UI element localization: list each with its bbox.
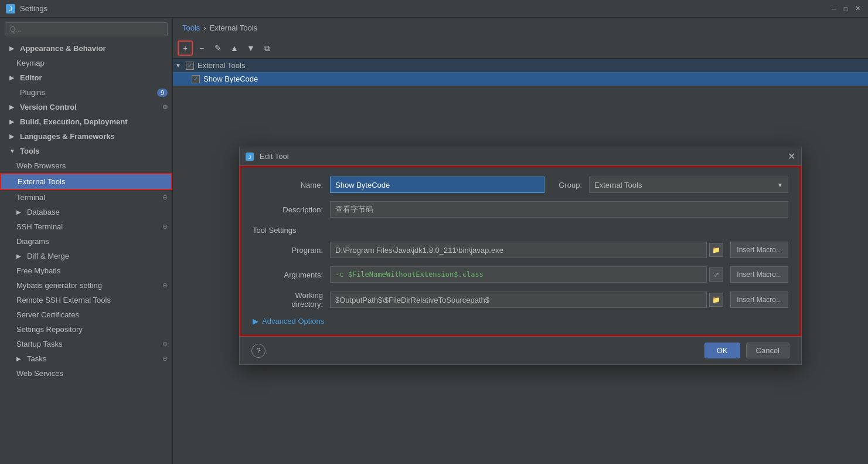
copy-icon: ⊕	[162, 340, 168, 348]
minimize-button[interactable]: ─	[829, 4, 839, 13]
sidebar-item-diagrams[interactable]: Diagrams	[0, 234, 172, 249]
arrow-icon: ▶	[9, 133, 16, 140]
close-button[interactable]: ✕	[853, 4, 862, 13]
sidebar-item-web-browsers[interactable]: Web Browsers	[0, 158, 172, 173]
sidebar-item-terminal[interactable]: Terminal ⊕	[0, 190, 172, 205]
arrow-icon: ▶	[16, 253, 23, 259]
arrow-icon: ▶	[9, 104, 16, 110]
sidebar-item-remote-ssh[interactable]: Remote SSH External Tools	[0, 293, 172, 307]
description-input[interactable]	[330, 201, 788, 218]
sidebar-item-mybatis-gen[interactable]: Mybatis generator setting ⊕	[0, 278, 172, 293]
advanced-options-toggle[interactable]: ▶ Advanced Options	[253, 317, 788, 326]
arrow-icon: ▶	[9, 45, 16, 52]
sidebar-item-plugins[interactable]: Plugins 9	[0, 85, 172, 100]
arrow-icon: ▶	[16, 209, 23, 215]
dialog-footer: ? OK Cancel	[240, 336, 801, 364]
dialog-titlebar: J Edit Tool ✕	[240, 147, 801, 166]
sidebar-item-appearance[interactable]: ▶ Appearance & Behavior	[0, 41, 172, 56]
copy-icon: ⊕	[162, 355, 168, 363]
sidebar-item-keymap[interactable]: Keymap	[0, 56, 172, 70]
program-input[interactable]	[330, 242, 707, 258]
title-bar: J Settings ─ □ ✕	[0, 0, 868, 18]
svg-text:J: J	[9, 6, 12, 12]
arguments-input[interactable]	[330, 266, 707, 283]
sidebar-item-tasks[interactable]: ▶ Tasks ⊕	[0, 351, 172, 366]
sidebar-item-settings-repo[interactable]: Settings Repository	[0, 322, 172, 337]
maximize-button[interactable]: □	[841, 4, 850, 13]
program-row: Program: 📁 Insert Macro...	[253, 242, 788, 258]
arguments-expand-button[interactable]: ⤢	[709, 267, 723, 282]
program-field-group: 📁	[330, 242, 723, 258]
advanced-options-label: Advanced Options	[262, 317, 324, 326]
name-label: Name:	[253, 181, 323, 189]
sidebar-item-web-services[interactable]: Web Services	[0, 366, 172, 381]
group-value: External Tools	[594, 181, 642, 189]
dropdown-arrow-icon: ▼	[777, 182, 783, 188]
working-dir-input[interactable]	[330, 292, 707, 308]
program-browse-button[interactable]: 📁	[709, 243, 723, 257]
cancel-button[interactable]: Cancel	[746, 343, 789, 358]
program-insert-macro-button[interactable]: Insert Macro...	[730, 242, 788, 258]
arrow-icon: ▶	[9, 74, 16, 81]
copy-icon: ⊕	[162, 194, 168, 201]
group-label: Group:	[559, 181, 582, 189]
arguments-field-group: ⤢	[330, 266, 723, 283]
arguments-row: Arguments: ⤢ Insert Macro...	[253, 266, 788, 283]
copy-icon: ⊕	[162, 282, 168, 289]
dialog-overlay: J Edit Tool ✕ Name: Group: External Tool…	[173, 18, 868, 464]
ok-button[interactable]: OK	[704, 343, 740, 358]
copy-icon: ⊕	[162, 103, 168, 111]
window-title: Settings	[20, 4, 829, 13]
copy-icon: ⊕	[162, 223, 168, 231]
program-label: Program:	[253, 246, 323, 255]
tool-settings-title: Tool Settings	[253, 226, 788, 235]
sidebar-item-editor[interactable]: ▶ Editor	[0, 70, 172, 85]
sidebar-item-startup-tasks[interactable]: Startup Tasks ⊕	[0, 337, 172, 351]
plugins-badge: 9	[157, 89, 168, 97]
arguments-insert-macro-button[interactable]: Insert Macro...	[730, 266, 788, 283]
name-input[interactable]	[330, 177, 544, 193]
sidebar-item-server-certs[interactable]: Server Certificates	[0, 307, 172, 322]
sidebar-item-diff-merge[interactable]: ▶ Diff & Merge	[0, 249, 172, 263]
dialog-icon: J	[246, 152, 255, 161]
svg-text:J: J	[249, 154, 251, 160]
dialog-body: Name: Group: External Tools ▼ Descriptio…	[240, 166, 801, 336]
working-dir-row: Working directory: 📁 Insert Macro...	[253, 291, 788, 309]
sidebar-item-tools[interactable]: ▼ Tools	[0, 144, 172, 158]
working-dir-label: Working directory:	[253, 291, 323, 309]
search-input[interactable]	[5, 22, 168, 36]
dialog-close-button[interactable]: ✕	[788, 151, 795, 162]
sidebar: ▶ Appearance & Behavior Keymap ▶ Editor …	[0, 18, 173, 464]
sidebar-item-version-control[interactable]: ▶ Version Control ⊕	[0, 100, 172, 114]
working-dir-insert-macro-button[interactable]: Insert Macro...	[730, 292, 788, 308]
arguments-label: Arguments:	[253, 270, 323, 279]
description-row: Description:	[253, 201, 788, 218]
advanced-options-arrow-icon: ▶	[253, 317, 258, 326]
edit-tool-dialog: J Edit Tool ✕ Name: Group: External Tool…	[239, 147, 802, 365]
sidebar-item-free-mybatis[interactable]: Free Mybatis	[0, 263, 172, 278]
working-dir-browse-button[interactable]: 📁	[709, 293, 723, 307]
working-dir-field-group: 📁	[330, 292, 723, 308]
sidebar-item-external-tools[interactable]: External Tools	[0, 173, 172, 190]
content-area: Tools › External Tools + − ✎ ▲ ▼ ⧉ ▼ ✓ E…	[173, 18, 868, 464]
arrow-icon: ▶	[16, 355, 23, 362]
sidebar-item-languages[interactable]: ▶ Languages & Frameworks	[0, 129, 172, 144]
sidebar-item-ssh-terminal[interactable]: SSH Terminal ⊕	[0, 219, 172, 234]
app-icon: J	[6, 4, 15, 13]
main-layout: ▶ Appearance & Behavior Keymap ▶ Editor …	[0, 18, 868, 464]
name-group-row: Name: Group: External Tools ▼	[253, 177, 788, 193]
sidebar-item-database[interactable]: ▶ Database	[0, 205, 172, 219]
sidebar-item-build[interactable]: ▶ Build, Execution, Deployment	[0, 114, 172, 129]
dialog-title: Edit Tool	[260, 152, 783, 161]
tool-settings-section: Tool Settings Program: 📁 Insert Macro...	[253, 226, 788, 309]
window-controls: ─ □ ✕	[829, 4, 862, 13]
help-button[interactable]: ?	[251, 344, 265, 358]
arrow-icon: ▼	[9, 148, 16, 154]
arrow-icon: ▶	[9, 118, 16, 125]
description-label: Description:	[253, 205, 323, 214]
group-dropdown[interactable]: External Tools ▼	[589, 177, 788, 193]
